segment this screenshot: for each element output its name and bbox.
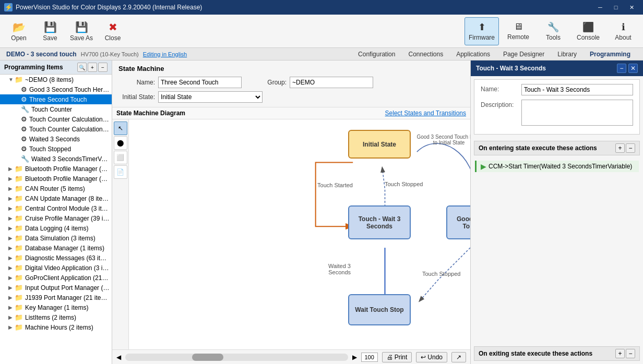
entering-remove-button[interactable]: − xyxy=(626,143,635,153)
diagram-scroll-track[interactable] xyxy=(125,354,348,361)
sm-initial-state-select[interactable]: Initial State Touch - Wait 3 Seconds Goo… xyxy=(158,91,263,103)
panel-remove-button[interactable]: − xyxy=(98,63,108,72)
tree-item-key-mgr[interactable]: ▶ 📁 Key Manager (1 items) xyxy=(0,302,112,312)
right-name-input[interactable] xyxy=(521,84,633,95)
panel-add-button[interactable]: + xyxy=(88,63,97,72)
console-button[interactable]: ⬛ Console xyxy=(571,17,605,45)
diagram-tools: ↖ ⬤ ⬜ 📄 xyxy=(112,119,129,349)
tree-item-good-3-touch[interactable]: ⚙ Good 3 Second Touch Here... xyxy=(0,84,112,94)
tree-item-demo-root[interactable]: ▼ 📁 ~DEMO (8 items) xyxy=(0,75,112,84)
sm-name-input[interactable] xyxy=(158,77,242,88)
tree-item-cruise-profile[interactable]: ▶ 📁 Cruise Profile Manager (39 item... xyxy=(0,213,112,223)
breadcrumb-editing[interactable]: Editing in English xyxy=(143,51,187,57)
tree-item-digital-video[interactable]: ▶ 📁 Digital Video Application (3 ite... xyxy=(0,263,112,273)
tree-item-goproclient[interactable]: ▶ 📁 GoProClient Application (21 ite... xyxy=(0,273,112,283)
diagram-header: State Machine Diagram Select States and … xyxy=(112,107,470,119)
right-panel-header: Touch - Wait 3 Seconds − ✕ xyxy=(471,60,643,76)
diagram-canvas[interactable]: Initial State Touch - Wait 3Seconds Good… xyxy=(129,119,470,349)
tree-item-can-router[interactable]: ▶ 📁 CAN Router (5 items) xyxy=(0,184,112,193)
tree-item-data-sim[interactable]: ▶ 📁 Data Simulation (3 items) xyxy=(0,233,112,243)
sm-group-input[interactable] xyxy=(290,77,373,88)
note-tool[interactable]: 📄 xyxy=(114,165,127,179)
minimize-button[interactable]: ─ xyxy=(593,3,608,12)
label-good-3-to-initial: Good 3 Second Touch Here to Initial Stat… xyxy=(415,134,470,145)
undo-button[interactable]: ↩ Undo xyxy=(416,352,447,362)
tree-item-input-output[interactable]: ▶ 📁 Input Output Port Manager (1 i... xyxy=(0,283,112,293)
tree-item-central-ctrl[interactable]: ▶ 📁 Central Control Module (3 items... xyxy=(0,203,112,213)
print-button[interactable]: 🖨 Print xyxy=(382,352,412,362)
sm-name-label: Name: xyxy=(118,79,155,86)
remote-button[interactable]: 🖥 Remote xyxy=(501,17,535,45)
tools-button[interactable]: 🔧 Tools xyxy=(538,17,569,45)
sm-initial-state-row: Initial State: Initial State Touch - Wai… xyxy=(118,91,464,103)
tree-item-touch-calc-e2[interactable]: ⚙ Touch Counter Calculation Ev... xyxy=(0,124,112,134)
save-button[interactable]: 💾 Save xyxy=(35,17,65,45)
diagram-scroll-thumb[interactable] xyxy=(192,354,223,361)
tree-item-can-update[interactable]: ▶ 📁 CAN Update Manager (8 items... xyxy=(0,193,112,203)
extra-button[interactable]: ↗ xyxy=(451,352,466,362)
entering-title: On entering state execute these actions xyxy=(479,144,597,152)
tab-applications[interactable]: Applications xyxy=(449,49,496,59)
tab-library[interactable]: Library xyxy=(551,49,583,59)
tree-item-waited-timer[interactable]: 🔧 Waited 3 SecondsTimerVaria... xyxy=(0,154,112,164)
tree-item-database-mgr[interactable]: ▶ 📁 Database Manager (1 items) xyxy=(0,243,112,253)
tree-item-bluetooth-39[interactable]: ▶ 📁 Bluetooth Profile Manager (39... xyxy=(0,164,112,174)
tree-item-touch-stopped[interactable]: ⚙ Touch Stopped xyxy=(0,144,112,154)
tab-page-designer[interactable]: Page Designer xyxy=(496,49,551,59)
tab-configuration[interactable]: Configuration xyxy=(351,49,401,59)
tree-item-diag-msgs[interactable]: ▶ 📁 Diagnostic Messages (63 items... xyxy=(0,253,112,263)
zoom-input[interactable] xyxy=(361,353,378,362)
tree-item-touch-counter[interactable]: 🔧 Touch Counter xyxy=(0,104,112,114)
open-button[interactable]: 📂 Open xyxy=(4,17,33,45)
sm-title: State Machine xyxy=(118,65,464,72)
about-button[interactable]: ℹ About xyxy=(608,17,639,45)
state-touch-wait[interactable]: Touch - Wait 3Seconds xyxy=(348,205,411,239)
pointer-tool[interactable]: ↖ xyxy=(114,122,127,135)
state-good-3[interactable]: Good 3 SecondTouch Here xyxy=(446,205,470,239)
tree-item-machine-hours[interactable]: ▶ 📁 Machine Hours (2 items) xyxy=(0,322,112,332)
close-window-button[interactable]: ✕ xyxy=(624,3,639,12)
state-wait-stop[interactable]: Wait Touch Stop xyxy=(348,294,411,325)
scroll-right-arrow[interactable]: ▶ xyxy=(352,354,357,361)
select-states-link[interactable]: Select States and Transitions xyxy=(385,110,466,117)
exiting-add-button[interactable]: + xyxy=(615,349,625,358)
tools-label: Tools xyxy=(546,34,561,41)
app-icon: ⚡ xyxy=(4,3,13,11)
right-desc-textarea[interactable] xyxy=(521,100,633,126)
close-button[interactable]: ✖ Close xyxy=(98,17,127,45)
entering-action-1[interactable]: ▶ CCM->Start Timer(Waited 3 SecondsTimer… xyxy=(475,161,639,172)
entering-add-button[interactable]: + xyxy=(615,143,625,153)
entering-controls: + − xyxy=(615,143,635,153)
tab-programming[interactable]: Programming xyxy=(583,49,637,59)
undo-label: Undo xyxy=(427,354,443,361)
entering-action-label: CCM->Start Timer(Waited 3 SecondsTimerVa… xyxy=(489,163,632,170)
tree-item-data-logging[interactable]: ▶ 📁 Data Logging (4 items) xyxy=(0,223,112,233)
firmware-button[interactable]: ⬆ Firmware xyxy=(465,17,499,45)
tree-item-listitems[interactable]: ▶ 📁 ListItems (2 items) xyxy=(0,312,112,322)
rect-tool[interactable]: ⬜ xyxy=(114,151,127,164)
panel-search-button[interactable]: 🔍 xyxy=(77,63,87,72)
open-icon: 📂 xyxy=(13,21,26,33)
connect-icon: ⬤ xyxy=(117,139,124,147)
save-as-button[interactable]: 💾 Save As xyxy=(67,17,96,45)
scroll-left-arrow[interactable]: ◀ xyxy=(116,354,121,361)
tree-item-j1939[interactable]: ▶ 📁 J1939 Port Manager (21 items) xyxy=(0,293,112,302)
tab-connections[interactable]: Connections xyxy=(401,49,449,59)
right-panel-close[interactable]: ✕ xyxy=(628,64,638,73)
extra-icon: ↗ xyxy=(456,354,461,361)
exiting-section-header: On exiting state execute these actions +… xyxy=(474,346,640,361)
state-initial[interactable]: Initial State xyxy=(348,130,411,159)
right-name-label: Name: xyxy=(481,84,517,93)
tree-item-touch-calc-e1[interactable]: ⚙ Touch Counter Calculation Ev... xyxy=(0,114,112,124)
wait-stop-label: Wait Touch Stop xyxy=(355,306,403,313)
tree-item-bluetooth-m2[interactable]: ▶ 📁 Bluetooth Profile Manager (M2... xyxy=(0,174,112,184)
exiting-remove-button[interactable]: − xyxy=(626,349,635,358)
maximize-button[interactable]: □ xyxy=(609,3,623,12)
tree-item-three-second[interactable]: ⚙ Three Second Touch xyxy=(0,94,112,104)
sm-name-field: Name: xyxy=(118,77,242,88)
tree-item-waited-3[interactable]: ⚙ Waited 3 Seconds xyxy=(0,134,112,144)
right-panel-minimize[interactable]: − xyxy=(617,64,626,73)
connect-tool[interactable]: ⬤ xyxy=(114,136,127,150)
right-spacer xyxy=(471,174,643,346)
right-desc-label: Description: xyxy=(481,100,517,108)
